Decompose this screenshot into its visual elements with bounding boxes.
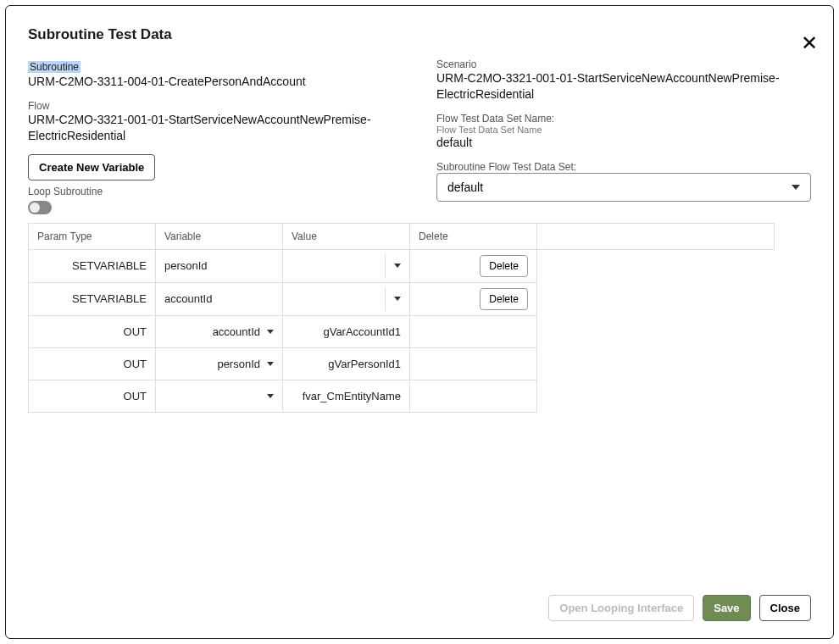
close-button[interactable]: Close xyxy=(759,595,811,621)
table-row: SETVARIABLE accountId Delete xyxy=(29,282,775,315)
cell-value[interactable] xyxy=(283,249,410,282)
chevron-down-icon xyxy=(394,264,401,268)
cell-param-type: OUT xyxy=(29,315,156,347)
subroutine-value: URM-C2MO-3311-004-01-CreatePersonAndAcco… xyxy=(28,74,403,90)
table-row: SETVARIABLE personId Delete xyxy=(29,249,775,282)
variable-text: personId xyxy=(217,358,260,370)
cell-filler xyxy=(537,315,775,347)
variable-text: personId xyxy=(164,259,208,272)
info-columns: Subroutine URM-C2MO-3311-004-01-CreatePe… xyxy=(28,58,811,214)
cell-param-type: OUT xyxy=(29,347,156,380)
chevron-down-icon xyxy=(792,185,800,190)
cell-param-type: SETVARIABLE xyxy=(29,282,156,315)
header-delete: Delete xyxy=(410,223,537,249)
chevron-down-icon xyxy=(267,394,274,398)
chevron-down-icon xyxy=(394,297,401,301)
right-column: Scenario URM-C2MO-3321-001-01-StartServi… xyxy=(436,58,811,214)
chevron-down-icon xyxy=(267,362,274,366)
header-param-type: Param Type xyxy=(29,223,156,249)
open-looping-interface-button[interactable]: Open Looping Interface xyxy=(548,595,694,621)
table-row: OUT personId gVarPersonId1 xyxy=(29,347,775,380)
cell-variable[interactable]: accountId xyxy=(156,282,283,315)
subroutine-label: Subroutine xyxy=(28,61,81,73)
cell-filler xyxy=(537,282,775,315)
cell-param-type: OUT xyxy=(29,380,156,412)
cell-delete: Delete xyxy=(410,282,537,315)
save-button[interactable]: Save xyxy=(703,595,750,621)
close-icon[interactable]: ✕ xyxy=(801,33,818,53)
flow-tds-name-value: default xyxy=(436,135,811,151)
page-title: Subroutine Test Data xyxy=(28,26,811,43)
variable-text: accountId xyxy=(213,325,260,338)
flow-label: Flow xyxy=(28,100,403,112)
subroutine-ftds-label: Subroutine Flow Test Data Set: xyxy=(436,161,811,173)
cell-value[interactable]: gVarPersonId1 xyxy=(283,347,410,380)
flow-value: URM-C2MO-3321-001-01-StartServiceNewAcco… xyxy=(28,112,403,144)
create-new-variable-button[interactable]: Create New Variable xyxy=(28,154,155,180)
flow-tds-name-sublabel: Flow Test Data Set Name xyxy=(436,125,811,135)
cell-delete xyxy=(410,347,537,380)
cell-filler xyxy=(537,249,775,282)
variable-text: accountId xyxy=(164,292,212,305)
chevron-down-icon xyxy=(267,330,274,334)
table-row: OUT accountId gVarAccountId1 xyxy=(29,315,775,347)
header-filler xyxy=(537,223,775,249)
modal-subroutine-test-data: ✕ Subroutine Test Data Subroutine URM-C2… xyxy=(5,5,834,639)
scenario-value: URM-C2MO-3321-001-01-StartServiceNewAcco… xyxy=(436,70,811,103)
cell-value[interactable] xyxy=(283,282,410,315)
cell-delete xyxy=(410,315,537,347)
loop-subroutine-label: Loop Subroutine xyxy=(28,186,403,197)
value-dropdown-icon[interactable] xyxy=(385,287,404,311)
cell-variable-select[interactable]: accountId xyxy=(156,315,283,347)
cell-variable-select[interactable]: personId xyxy=(156,347,283,380)
delete-button[interactable]: Delete xyxy=(480,255,528,277)
left-column: Subroutine URM-C2MO-3311-004-01-CreatePe… xyxy=(28,58,403,214)
header-variable: Variable xyxy=(156,223,283,249)
subroutine-ftds-select[interactable]: default xyxy=(436,173,811,202)
cell-filler xyxy=(537,347,775,380)
flow-tds-name-label: Flow Test Data Set Name: xyxy=(436,113,811,125)
subroutine-ftds-selected: default xyxy=(447,180,483,194)
header-value: Value xyxy=(283,223,410,249)
modal-footer: Open Looping Interface Save Close xyxy=(28,580,811,621)
params-table: Param Type Variable Value Delete SETVARI… xyxy=(28,223,775,413)
cell-filler xyxy=(537,380,775,412)
cell-delete: Delete xyxy=(410,249,537,282)
loop-subroutine-toggle[interactable] xyxy=(28,201,52,214)
scenario-label: Scenario xyxy=(436,58,811,70)
value-dropdown-icon[interactable] xyxy=(385,254,404,278)
cell-value[interactable]: gVarAccountId1 xyxy=(283,315,410,347)
cell-param-type: SETVARIABLE xyxy=(29,249,156,282)
table-row: OUT fvar_CmEntityName xyxy=(29,380,775,412)
cell-delete xyxy=(410,380,537,412)
cell-value[interactable]: fvar_CmEntityName xyxy=(283,380,410,412)
params-grid-area: Param Type Variable Value Delete SETVARI… xyxy=(28,223,811,580)
delete-button[interactable]: Delete xyxy=(480,288,528,310)
cell-variable[interactable]: personId xyxy=(156,249,283,282)
cell-variable-select[interactable] xyxy=(156,380,283,412)
